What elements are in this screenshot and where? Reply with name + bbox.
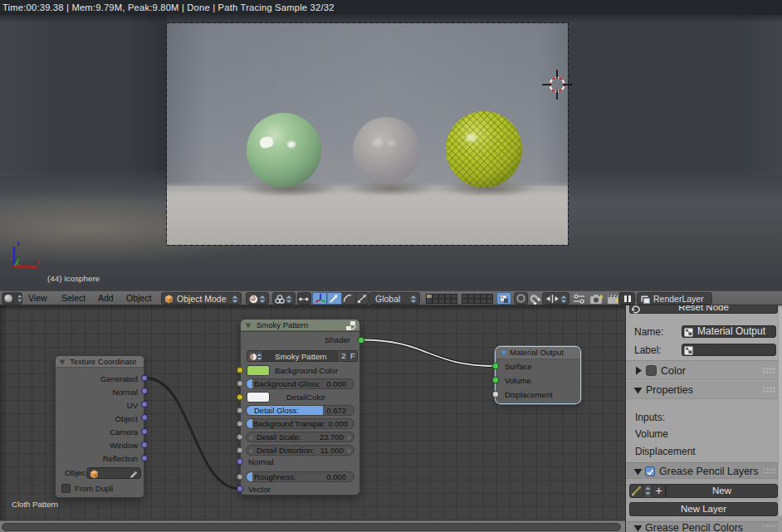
svg-text:z: z [17, 240, 20, 247]
svg-text:x: x [37, 258, 41, 266]
